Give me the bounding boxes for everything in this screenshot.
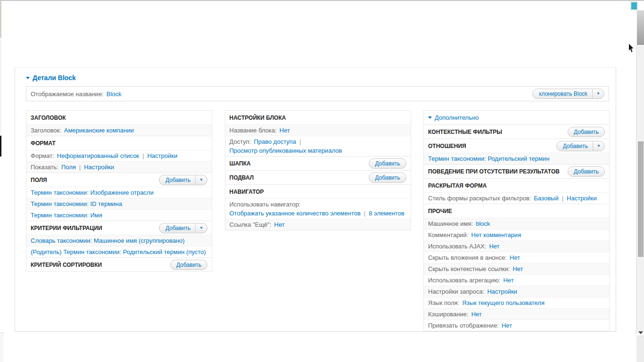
setting-link[interactable]: Нет <box>512 265 523 272</box>
setting-link[interactable]: Термин таксономии: Родительский термин <box>428 155 549 162</box>
setting-link[interactable]: 8 элементов <box>369 210 404 217</box>
setting-row: Машинное имя:block <box>424 218 609 229</box>
setting-link[interactable]: Нет <box>510 254 520 261</box>
separator: | <box>299 138 301 145</box>
setting-label: Ссылка "Ещё": <box>230 221 272 228</box>
add-button-label: Добавить <box>176 262 201 268</box>
setting-line: Настройки запроса:Настройки <box>428 288 605 296</box>
setting-label: Доступ: <box>230 138 251 145</box>
bucket-title-fields: ПОЛЯДобавить▼ <box>26 173 212 187</box>
setting-link[interactable]: Нет <box>274 221 285 228</box>
setting-label: Настройки запроса: <box>428 288 484 295</box>
bucket-title-sort-criteria: КРИТЕРИЙ СОРТИРОВКИДобавить <box>26 258 212 272</box>
setting-row: Использовать AJAX:Нет <box>424 240 609 252</box>
setting-link[interactable]: Нет <box>280 127 290 134</box>
display-name-link[interactable]: Block <box>107 90 122 98</box>
setting-link[interactable]: Настройки <box>487 288 517 295</box>
setting-row: Комментарий:Нет комментария <box>424 229 609 240</box>
add-button-dropdown[interactable]: Добавить▼ <box>159 175 207 185</box>
setting-row: Термин таксономии: Изображение отрасли <box>26 187 212 198</box>
setting-link[interactable]: Просмотр опубликованных материалов <box>230 147 342 154</box>
column-2: НАСТРОЙКИ БЛОКАНазвание блока:НетДоступ:… <box>225 110 411 230</box>
setting-line: Словарь таксономии: Машинное имя (сгрупп… <box>31 237 207 245</box>
setting-line: Доступ:Право доступа| <box>230 138 406 146</box>
setting-row: Заголовок:Американские компании <box>26 124 212 136</box>
setting-link[interactable]: Нет <box>503 277 513 284</box>
setting-link[interactable]: Настройки <box>567 195 597 202</box>
window-top-border <box>0 0 644 1</box>
bucket-title-label: КРИТЕРИЙ СОРТИРОВКИ <box>31 262 102 268</box>
setting-link[interactable]: Неформатированный список <box>57 152 139 159</box>
add-button-dropdown[interactable]: Добавить▼ <box>159 223 207 233</box>
setting-link[interactable]: (Родитель) Термин таксономии: Родительск… <box>31 248 206 255</box>
setting-link[interactable]: Нет <box>502 322 512 329</box>
bucket-title-label: ФОРМАТ <box>31 140 56 147</box>
setting-link[interactable]: Американские компании <box>64 127 134 134</box>
window-chrome-fragment <box>637 10 644 45</box>
dropdown-arrow-icon: ▼ <box>196 178 207 182</box>
setting-line: Термин таксономии: Имя <box>31 211 207 219</box>
bucket-header-area: ШАПКАДобавить <box>225 156 411 171</box>
page-scrollbar[interactable] <box>636 45 644 334</box>
bucket-title-exposed-form: РАСКРЫТАЯ ФОРМА <box>424 179 609 192</box>
setting-label: Машинное имя: <box>428 220 473 227</box>
add-button[interactable]: Добавить <box>170 260 207 270</box>
bucket-title-label: ПРОЧИЕ <box>428 208 452 214</box>
setting-link[interactable]: Нет комментария <box>471 231 521 239</box>
setting-label: Скрыть контекстные ссылки: <box>428 265 510 272</box>
add-button[interactable]: Добавить <box>568 127 605 137</box>
setting-link[interactable]: Отображать указанное количество элементо… <box>230 210 361 217</box>
add-button[interactable]: Добавить <box>369 158 406 169</box>
scrollbar-down-arrow-icon[interactable] <box>638 331 643 334</box>
setting-row: Показать:Поля|Настройки <box>26 161 212 173</box>
bucket-other: ПРОЧИЕМашинное имя:blockКомментарий:Нет … <box>423 204 610 331</box>
setting-link[interactable]: Язык текущего пользователя <box>462 299 545 306</box>
bucket-title-label: ПОДВАЛ <box>230 174 254 181</box>
separator: | <box>562 195 563 202</box>
setting-link[interactable]: Базовый <box>534 195 559 202</box>
collapse-arrow-icon <box>26 77 30 79</box>
setting-label: Кэширование: <box>428 311 469 318</box>
setting-link[interactable]: block <box>476 220 490 227</box>
setting-line: Использовать агрегацию:Нет <box>428 276 605 284</box>
scrollbar-thumb[interactable] <box>638 141 644 257</box>
setting-link[interactable]: Нет <box>489 243 499 250</box>
bucket-title-label: ПОВЕДЕНИЕ ПРИ ОТСУТСТВИИ РЕЗУЛЬТАТОВ <box>428 168 560 175</box>
setting-link[interactable]: Термин таксономии: Изображение отрасли <box>31 189 154 196</box>
desktop: { "page": { "details_title": "Детали Blo… <box>0 0 644 362</box>
bucket-title-block-settings: НАСТРОЙКИ БЛОКА <box>225 111 411 124</box>
bucket-format: ФОРМАТФормат:Неформатированный список|На… <box>26 136 212 173</box>
bucket-columns: ЗАГОЛОВОКЗаголовок:Американские компании… <box>26 110 610 331</box>
collapse-arrow-icon <box>428 116 432 119</box>
clone-button[interactable]: клонировать Block ▼ <box>532 89 604 99</box>
setting-line: Использовать навигатор: <box>230 200 406 208</box>
setting-link[interactable]: Нет <box>471 311 482 318</box>
advanced-toggle[interactable]: Дополнительно <box>428 114 479 121</box>
add-button-label: Добавить <box>159 177 195 183</box>
display-details-toggle[interactable]: Детали Block <box>15 68 616 86</box>
setting-label: Язык поля: <box>428 299 459 306</box>
setting-link[interactable]: Настройки <box>147 152 177 159</box>
setting-row: Стиль формы раскрытых фильтров:Базовый|Н… <box>424 192 609 204</box>
add-button[interactable]: Добавить <box>568 166 605 177</box>
add-button-dropdown[interactable]: Добавить▼ <box>556 141 605 151</box>
setting-row: Скрыть контекстные ссылки:Нет <box>424 263 609 274</box>
setting-link[interactable]: Настройки <box>84 164 114 171</box>
dropdown-arrow-icon: ▼ <box>593 92 604 96</box>
setting-link[interactable]: Право доступа <box>254 138 296 145</box>
bucket-title-header-area: ШАПКАДобавить <box>225 156 411 170</box>
setting-row: Формат:Неформатированный список|Настройк… <box>26 150 212 161</box>
window-edge-artifact <box>0 38 1 136</box>
bucket-title-other: ПРОЧИЕ <box>424 204 609 218</box>
setting-link[interactable]: Термин таксономии: Имя <box>31 212 102 219</box>
add-button[interactable]: Добавить <box>369 173 406 183</box>
setting-link[interactable]: Поля <box>61 164 76 171</box>
setting-link[interactable]: Термин таксономии: ID термина <box>31 200 122 207</box>
setting-row: Кэширование:Нет <box>424 308 609 320</box>
dropdown-arrow-icon: ▼ <box>196 226 207 230</box>
setting-label: Показать: <box>31 164 58 171</box>
setting-link[interactable]: Словарь таксономии: Машинное имя (сгрупп… <box>31 237 185 244</box>
setting-line: (Родитель) Термин таксономии: Родительск… <box>31 248 207 256</box>
window-icon-fragment <box>630 1 638 10</box>
bucket-title-label: Дополнительно <box>435 114 479 121</box>
